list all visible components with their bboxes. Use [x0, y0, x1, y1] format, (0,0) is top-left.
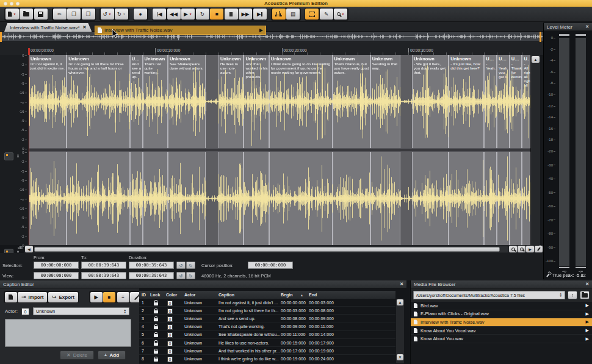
column-header-id[interactable]: ID: [142, 293, 146, 298]
cursor-position-field[interactable]: 00:00:00:000: [248, 262, 293, 269]
copy-button[interactable]: ❐: [67, 9, 81, 20]
caption-table-header[interactable]: IDLockColorActorCaptionBegin▲End: [139, 291, 395, 299]
zoom-out-horizontal-button[interactable]: [518, 246, 525, 252]
caption-table-row[interactable]: 40UnknownThat's not quite working.00:00:…: [139, 323, 395, 331]
delete-caption-button[interactable]: ✕Delete: [60, 351, 94, 360]
view-duration-field[interactable]: 00:00:39:643: [129, 272, 174, 279]
new-file-dropdown-icon[interactable]: ▼: [13, 13, 16, 16]
channel-1-stepper[interactable]: ▲▼: [16, 154, 20, 159]
view-redo-button[interactable]: ↻: [186, 272, 195, 279]
channel-2-waveform[interactable]: [29, 152, 530, 245]
tab-close-icon[interactable]: ✕: [83, 25, 87, 30]
open-file-button[interactable]: [20, 9, 33, 20]
fast-forward-button[interactable]: ▶▶: [239, 9, 252, 20]
folder-up-button[interactable]: ↑: [568, 291, 577, 299]
undo-button[interactable]: ↺▼: [101, 9, 114, 20]
selection-duration-field[interactable]: 00:00:39:643: [129, 262, 174, 269]
file-preview-play-icon[interactable]: ▶: [586, 337, 589, 341]
table-scroll-down-button[interactable]: ▼: [397, 354, 403, 360]
column-header-caption[interactable]: Caption: [218, 293, 234, 298]
hscroll-track[interactable]: [34, 246, 508, 252]
overview-waveform[interactable]: [0, 32, 543, 42]
export-captions-button[interactable]: ↪Export: [48, 292, 78, 302]
table-scroll-track[interactable]: [396, 306, 404, 354]
tab-interview-with-traffic-noise[interactable]: Interview with Traffic Noise.wav* ✕: [4, 23, 92, 32]
overview-range-end-marker[interactable]: [540, 32, 541, 42]
scroll-left-button[interactable]: ◀: [25, 246, 33, 252]
waveform-view-button[interactable]: [272, 9, 286, 20]
media-file-row[interactable]: E-Piano with Clicks - Original.wav▶: [411, 310, 592, 319]
column-header-color[interactable]: Color: [166, 293, 177, 298]
level-meter-close-icon[interactable]: ✕: [585, 24, 589, 29]
pencil-tool-button[interactable]: ✎: [320, 9, 333, 20]
media-file-row[interactable]: Bird.wav▶: [411, 302, 592, 310]
import-captions-button[interactable]: ⇥Import: [18, 292, 47, 302]
file-preview-play-icon[interactable]: ▶: [586, 319, 589, 324]
play-dropdown-icon[interactable]: ▼: [189, 13, 192, 16]
actor-select[interactable]: Unknown ▲▼: [33, 307, 129, 315]
zoom-tool-dropdown-icon[interactable]: ▼: [342, 13, 345, 16]
redo-button[interactable]: ↻▼: [115, 9, 128, 20]
caption-table-row[interactable]: 10UnknownI'm not against it, it just did…: [139, 299, 395, 307]
meter-settings-icon[interactable]: [546, 273, 550, 277]
caption-list-view-button[interactable]: ≡: [117, 292, 129, 302]
overview-range-start-marker[interactable]: [0, 32, 2, 42]
caption-table-row[interactable]: 60UnknownHe likes to use non-actors.00:0…: [139, 339, 395, 347]
zoom-window-button[interactable]: [16, 2, 20, 5]
record-button[interactable]: ●: [134, 9, 147, 20]
minimize-window-button[interactable]: [10, 2, 13, 5]
view-from-field[interactable]: 00:00:00:000: [34, 272, 79, 279]
loop-button[interactable]: ↻: [196, 9, 209, 20]
horizontal-scrollbar[interactable]: ◀ ▶: [24, 245, 543, 253]
caption-stop-button[interactable]: ■: [103, 292, 115, 302]
playhead-marker[interactable]: [28, 48, 30, 55]
new-caption-file-button[interactable]: [5, 292, 17, 302]
caption-editor-close-icon[interactable]: ✕: [400, 282, 403, 287]
media-file-row[interactable]: Interview with Traffic Noise.wav▶: [411, 318, 592, 327]
table-scroll-up-button[interactable]: ▲: [397, 299, 403, 305]
media-file-row[interactable]: Know About You Vocal.wav▶: [411, 327, 592, 335]
zoom-tool-button[interactable]: ▼: [334, 9, 347, 20]
undo-dropdown-icon[interactable]: ▼: [109, 13, 112, 16]
play-button[interactable]: ▶▼: [181, 9, 195, 20]
caption-text-area[interactable]: [5, 319, 131, 347]
close-window-button[interactable]: [4, 2, 7, 5]
media-file-row[interactable]: Know About You.wav▶: [411, 335, 592, 343]
add-caption-button[interactable]: +Add: [98, 351, 126, 360]
spectrum-view-button[interactable]: ▤: [286, 9, 300, 20]
caption-table-row[interactable]: 20UnknownI'm not going to sit there for …: [139, 307, 395, 315]
go-to-start-button[interactable]: ◀: [153, 9, 166, 20]
paste-button[interactable]: ❒: [82, 9, 95, 20]
zoom-settings-button[interactable]: [535, 246, 543, 252]
media-browser-close-icon[interactable]: ✕: [585, 282, 589, 287]
preview-play-icon[interactable]: ▶: [259, 27, 263, 33]
hscroll-thumb[interactable]: [34, 247, 500, 252]
zoom-selection-button[interactable]: ▶: [526, 246, 534, 252]
caption-table-row[interactable]: 30UnknownAnd see a send up.00:00:08:0000…: [139, 315, 395, 323]
column-header-begin[interactable]: Begin: [281, 293, 292, 298]
caption-table-row[interactable]: 80UnknownI think we're going to do like …: [139, 355, 395, 363]
selection-from-field[interactable]: 00:00:00:000: [34, 262, 79, 269]
pause-button[interactable]: [225, 9, 238, 20]
save-file-button[interactable]: [34, 9, 48, 20]
caption-editor-titlebar[interactable]: Caption Editor ✕: [0, 280, 406, 288]
scroll-up-button[interactable]: ▲: [532, 56, 540, 63]
view-to-field[interactable]: 00:00:39:643: [81, 272, 126, 279]
vertical-scrollbar[interactable]: ▲: [530, 55, 540, 245]
redo-dropdown-icon[interactable]: ▼: [123, 13, 126, 16]
media-browser-titlebar[interactable]: Media File Browser ✕: [411, 280, 592, 288]
caption-table-row[interactable]: 70UnknownAnd that worked in his other pr…: [139, 347, 395, 355]
level-meter-titlebar[interactable]: Level Meter ✕: [544, 23, 592, 31]
go-to-end-button[interactable]: ▶: [253, 9, 267, 20]
column-header-end[interactable]: End: [309, 293, 317, 298]
new-file-button[interactable]: ▼: [5, 9, 19, 20]
rewind-button[interactable]: ◀◀: [167, 9, 181, 20]
file-preview-play-icon[interactable]: ▶: [586, 328, 589, 333]
caption-table-scrollbar[interactable]: ▲ ▼: [396, 299, 404, 363]
selection-redo-button[interactable]: ↻: [186, 262, 195, 269]
view-undo-button[interactable]: ↺: [176, 272, 186, 279]
waveform-canvas-area[interactable]: UnknownI'm not against it, it just didn'…: [29, 55, 530, 245]
time-ruler[interactable]: 00:00:00:00000:00:10:00000:00:20:00000:0…: [0, 42, 543, 55]
media-path-select[interactable]: /Users/yorshoff/Documents/Multitracks/Ac…: [413, 291, 565, 299]
choose-folder-button[interactable]: [580, 291, 590, 299]
